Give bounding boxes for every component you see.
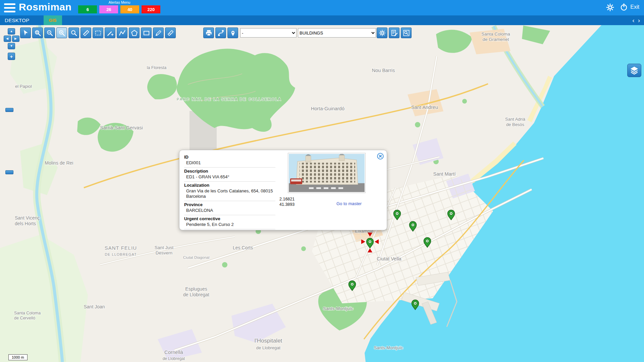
- map-pan-controls: ▲ ◀ ▶ ▼ +: [3, 28, 19, 60]
- popup-fields: ID EDI001 Description ED1 - GRAN VIA 654…: [184, 154, 275, 229]
- map-label: Sant JustDesvern: [155, 245, 174, 255]
- refresh-box-icon: [94, 29, 102, 37]
- zoom-in-button[interactable]: +: [8, 53, 15, 60]
- popup-field-localization: Localization Gran Via de les Corts Catal…: [184, 182, 275, 201]
- zoom-in-tool[interactable]: [56, 27, 67, 38]
- field-label: Urgent corrective: [184, 216, 275, 222]
- scale-bar: 1000 m: [8, 354, 28, 360]
- go-to-master-link[interactable]: Go to master: [336, 201, 362, 206]
- pan-right-button[interactable]: ▶: [12, 36, 19, 42]
- zoom-in-icon: [58, 29, 66, 37]
- settings-button[interactable]: [605, 3, 615, 12]
- gear-icon: [378, 29, 386, 37]
- alert-badge-orange[interactable]: 40: [120, 5, 139, 13]
- map-label: Sant Adriàde Besòs: [505, 117, 526, 127]
- building-photo-image: [289, 154, 365, 192]
- app-logo[interactable]: Rosmiman: [19, 1, 71, 13]
- alert-badge-green[interactable]: 6: [78, 5, 97, 13]
- popup-field-description: Description ED1 - GRAN VIA 654°: [184, 168, 275, 182]
- route-icon: [217, 29, 225, 37]
- search-button[interactable]: [401, 27, 412, 38]
- alert-badge-red[interactable]: 220: [142, 5, 160, 13]
- pan-down-button[interactable]: ▼: [8, 43, 15, 49]
- exit-label: Exit: [630, 4, 639, 10]
- tab-bar: DESKTOP GIS ‹ ›: [0, 15, 644, 25]
- map-label: Sants-Montjuïc: [323, 306, 353, 311]
- popup-field-urgent-corrective: Urgent corrective Pendiente 5, En Curso …: [184, 215, 275, 229]
- layer-group-select[interactable]: -: [240, 28, 297, 38]
- select-extent-tool[interactable]: [93, 27, 103, 38]
- tab-desktop[interactable]: DESKTOP: [0, 15, 34, 25]
- ruler-icon: [82, 29, 90, 37]
- draw-tool[interactable]: [153, 27, 164, 38]
- popup-field-id: ID EDI001: [184, 154, 275, 168]
- measure-tool[interactable]: [80, 27, 91, 38]
- field-label: ID: [184, 155, 275, 160]
- menu-icon[interactable]: [4, 3, 15, 12]
- tabs-next-arrow-icon[interactable]: ›: [638, 17, 640, 23]
- zoom-out-icon: [46, 29, 54, 37]
- polygon-tool[interactable]: [129, 27, 140, 38]
- power-icon: [620, 3, 628, 11]
- popup-close-button[interactable]: [377, 153, 384, 160]
- tab-scroll-arrows: ‹ ›: [632, 15, 644, 25]
- cursor-icon: [22, 29, 30, 37]
- pencil-plus-icon: [106, 29, 114, 37]
- print-button[interactable]: [203, 27, 214, 38]
- layer-settings-button[interactable]: [377, 27, 387, 38]
- pan-zoom-tool[interactable]: [68, 27, 79, 38]
- zoom-out-tool[interactable]: [44, 27, 55, 38]
- tracking-button[interactable]: [215, 27, 226, 38]
- add-feature-tool[interactable]: [105, 27, 115, 38]
- pointer-tool[interactable]: [20, 27, 31, 38]
- pan-left-button[interactable]: ◀: [4, 36, 11, 42]
- alerts-title: Alertas Menu: [108, 0, 130, 5]
- tabs-prev-arrow-icon[interactable]: ‹: [632, 17, 634, 23]
- zoom-window-tool[interactable]: [32, 27, 43, 38]
- clear-graphics-tool[interactable]: [165, 27, 176, 38]
- zoom-plain-icon: [70, 29, 78, 37]
- feature-popup: ID EDI001 Description ED1 - GRAN VIA 654…: [179, 150, 387, 230]
- map-actions-group: [203, 27, 238, 38]
- erase-icon: [167, 29, 174, 37]
- field-value: EDI001: [184, 160, 275, 166]
- zoom-slider-upper-handle[interactable]: [5, 108, 13, 112]
- alerts-menu: Alertas Menu 62640220: [78, 0, 160, 13]
- map-label: Les Corts: [233, 245, 253, 250]
- popup-coordinates: 2.16821 41.3893: [279, 196, 294, 207]
- exit-button[interactable]: Exit: [620, 3, 639, 11]
- map-label: Sant Joan: [84, 304, 105, 309]
- map-label: Sant Martí: [433, 171, 456, 177]
- pan-up-button[interactable]: ▲: [8, 28, 15, 35]
- scale-label: 1000 m: [12, 355, 24, 359]
- latitude-value: 41.3893: [279, 202, 294, 207]
- layers-button[interactable]: [627, 64, 641, 77]
- measure-line-tool[interactable]: [117, 27, 127, 38]
- map-label: Horta-Guinardó: [311, 106, 344, 111]
- map-tools-group: [20, 27, 176, 38]
- popup-field-province: Province BARCELONA: [184, 201, 275, 215]
- field-value: ED1 - GRAN VIA 654°: [184, 174, 275, 180]
- zoom-sel-icon: [34, 29, 42, 37]
- map-label: el Papiol: [15, 84, 32, 89]
- rectangle-tool[interactable]: [141, 27, 152, 38]
- map-label: Santa Colomade Gramenet: [481, 32, 510, 42]
- top-bar: Rosmiman Alertas Menu 62640220 Exit: [0, 0, 644, 15]
- field-label: Description: [184, 169, 275, 174]
- draw-icon: [155, 29, 162, 37]
- zoom-slider-lower-handle[interactable]: [5, 170, 13, 174]
- field-label: Localization: [184, 183, 275, 188]
- locate-button[interactable]: [227, 27, 238, 38]
- map-label: Espluguesde Llobregat: [183, 286, 209, 297]
- alert-badge-violet[interactable]: 26: [99, 5, 118, 13]
- layer-select[interactable]: BUILDINGS: [298, 28, 376, 38]
- attribute-form-button[interactable]: [389, 27, 399, 38]
- map-label: PARC NAT. DE LA SERRA DE COLLSEROLA: [177, 97, 282, 101]
- field-value: BARCELONA: [184, 207, 275, 213]
- pick-icon: [229, 29, 237, 37]
- map-label: Ciutat Vella: [377, 256, 401, 261]
- tab-gis[interactable]: GIS: [44, 15, 62, 25]
- building-photo: [288, 153, 366, 193]
- map-label: Molins de Rei: [45, 160, 73, 166]
- layers-icon: [629, 65, 639, 75]
